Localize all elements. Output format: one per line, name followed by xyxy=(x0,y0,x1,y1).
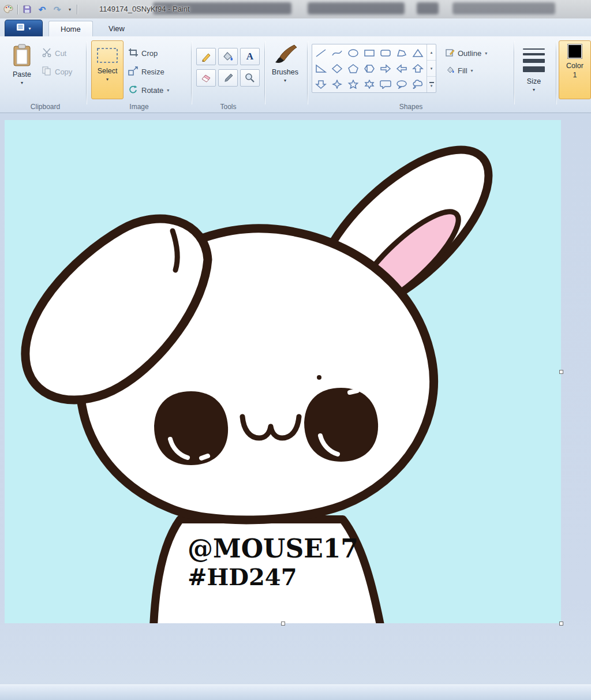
quick-access-toolbar: ↶ ↷ ▾ xyxy=(2,0,77,18)
shape-curve-icon[interactable] xyxy=(330,46,345,60)
resize-icon xyxy=(128,66,139,77)
shape-triangle-icon[interactable] xyxy=(410,46,425,60)
copy-label: Copy xyxy=(55,68,72,76)
ribbon: Paste ▾ Cut Copy Clipboard Select ▾ Crop… xyxy=(0,36,591,113)
shape-callout-cloud-icon[interactable] xyxy=(410,77,425,91)
pencil-icon xyxy=(200,51,212,62)
drawing-canvas[interactable]: @MOUSE17 #HD247 xyxy=(5,120,561,623)
clipboard-group-label: Clipboard xyxy=(5,103,86,111)
tab-view[interactable]: View xyxy=(97,21,136,36)
application-menu-button[interactable]: ▾ xyxy=(5,20,43,36)
shape-right-triangle-icon[interactable] xyxy=(313,62,328,76)
brushes-button[interactable]: Brushes ▾ xyxy=(268,40,302,99)
crop-icon xyxy=(128,48,139,59)
copy-button[interactable]: Copy xyxy=(42,65,72,78)
signature-line-2: #HD247 xyxy=(188,563,297,590)
cut-button[interactable]: Cut xyxy=(42,46,66,60)
fill-label: Fill xyxy=(458,66,467,75)
chevron-down-icon: ▾ xyxy=(106,77,109,82)
crop-button[interactable]: Crop xyxy=(128,46,158,60)
save-icon[interactable] xyxy=(21,3,33,15)
shape-arrow-right-icon[interactable] xyxy=(378,62,393,76)
text-tool-button[interactable]: A xyxy=(240,48,260,65)
shape-polygon-icon[interactable] xyxy=(394,46,409,60)
magnifier-icon xyxy=(244,73,256,83)
rotate-icon xyxy=(128,85,139,96)
shape-star-6-icon[interactable] xyxy=(362,77,377,91)
redo-icon[interactable]: ↷ xyxy=(51,3,63,15)
shape-star-5-icon[interactable] xyxy=(346,77,361,91)
select-label: Select xyxy=(98,67,118,75)
toolbar-separator xyxy=(77,5,77,14)
canvas-resize-handle-right[interactable] xyxy=(559,370,563,374)
chevron-down-icon: ▾ xyxy=(533,87,535,92)
shapes-scroll-up-icon[interactable]: ▴ xyxy=(427,44,436,61)
shape-diamond-icon[interactable] xyxy=(330,62,345,76)
shape-line-icon[interactable] xyxy=(313,46,328,60)
text-tool-icon: A xyxy=(246,51,253,62)
shapes-gallery: ▴ ▾ ▾ xyxy=(312,44,436,93)
undo-icon[interactable]: ↶ xyxy=(36,3,48,15)
eraser-tool-button[interactable] xyxy=(196,69,216,87)
window-title: 1149174_0SNyKf94 - Paint xyxy=(99,5,190,13)
chevron-down-icon: ▾ xyxy=(21,80,23,85)
shape-pentagon-icon[interactable] xyxy=(346,62,361,76)
shape-callout-rounded-icon[interactable] xyxy=(378,77,393,91)
tools-group-label: Tools xyxy=(192,103,264,111)
shapes-scroll-down-icon[interactable]: ▾ xyxy=(427,61,436,77)
outline-dropdown[interactable]: Outline ▾ xyxy=(446,46,487,60)
magnifier-tool-button[interactable] xyxy=(240,69,260,87)
chevron-down-icon: ▾ xyxy=(485,51,487,56)
shape-callout-oval-icon[interactable] xyxy=(394,77,409,91)
select-button[interactable]: Select ▾ xyxy=(91,40,124,99)
copy-icon xyxy=(42,66,52,77)
cut-scissors-icon xyxy=(42,48,52,59)
color1-label: Color xyxy=(566,62,583,70)
crop-label: Crop xyxy=(141,49,158,58)
color1-button[interactable]: Color 1 xyxy=(559,40,591,99)
shape-star-4-icon[interactable] xyxy=(330,77,345,91)
ribbon-tab-row: ▾ Home View xyxy=(0,18,591,36)
fill-icon xyxy=(446,65,455,76)
canvas-resize-handle-bottom[interactable] xyxy=(281,622,285,626)
shape-arrow-left-icon[interactable] xyxy=(394,62,409,76)
workspace: @MOUSE17 #HD247 xyxy=(0,113,591,684)
paste-button[interactable]: Paste ▾ xyxy=(8,40,36,99)
shape-rectangle-icon[interactable] xyxy=(362,46,377,60)
fill-dropdown[interactable]: Fill ▾ xyxy=(446,63,473,77)
shapes-more-icon[interactable]: ▾ xyxy=(427,77,436,92)
shapes-scrollbar: ▴ ▾ ▾ xyxy=(427,44,436,92)
outline-icon xyxy=(446,48,455,59)
signature-line-1: @MOUSE17 xyxy=(188,534,358,563)
tools-grid: A xyxy=(196,48,260,87)
bunny-right-eye xyxy=(304,388,378,462)
paint-logo-icon[interactable] xyxy=(2,3,14,15)
canvas-resize-handle-corner[interactable] xyxy=(559,622,563,626)
fill-tool-button[interactable] xyxy=(218,48,238,65)
outline-label: Outline xyxy=(458,49,481,58)
qat-customize-icon[interactable]: ▾ xyxy=(66,3,73,15)
paste-clipboard-icon xyxy=(12,44,32,69)
app-menu-icon xyxy=(16,23,26,33)
shape-arrow-down-icon[interactable] xyxy=(313,77,328,91)
resize-button[interactable]: Resize xyxy=(128,65,164,78)
pencil-tool-button[interactable] xyxy=(196,48,216,65)
bunny-left-eye xyxy=(154,391,228,465)
shape-ellipse-icon[interactable] xyxy=(346,46,361,60)
size-label: Size xyxy=(527,77,541,85)
tab-home[interactable]: Home xyxy=(48,21,93,36)
shape-rounded-rectangle-icon[interactable] xyxy=(378,46,393,60)
toolbar-separator xyxy=(17,5,18,14)
color-picker-tool-button[interactable] xyxy=(218,69,238,87)
group-separator xyxy=(264,41,265,104)
color-picker-icon xyxy=(222,73,234,83)
shape-hexagon-icon[interactable] xyxy=(362,62,377,76)
right-eye-highlight-small xyxy=(350,391,357,392)
rotate-label: Rotate xyxy=(141,86,163,95)
shape-arrow-up-icon[interactable] xyxy=(410,62,425,76)
bunny-drawing: @MOUSE17 #HD247 xyxy=(5,120,561,623)
left-eye-highlight-small xyxy=(201,456,208,458)
size-button[interactable]: Size ▾ xyxy=(517,40,551,99)
brush-icon xyxy=(272,44,298,66)
rotate-button[interactable]: Rotate ▾ xyxy=(128,83,169,97)
